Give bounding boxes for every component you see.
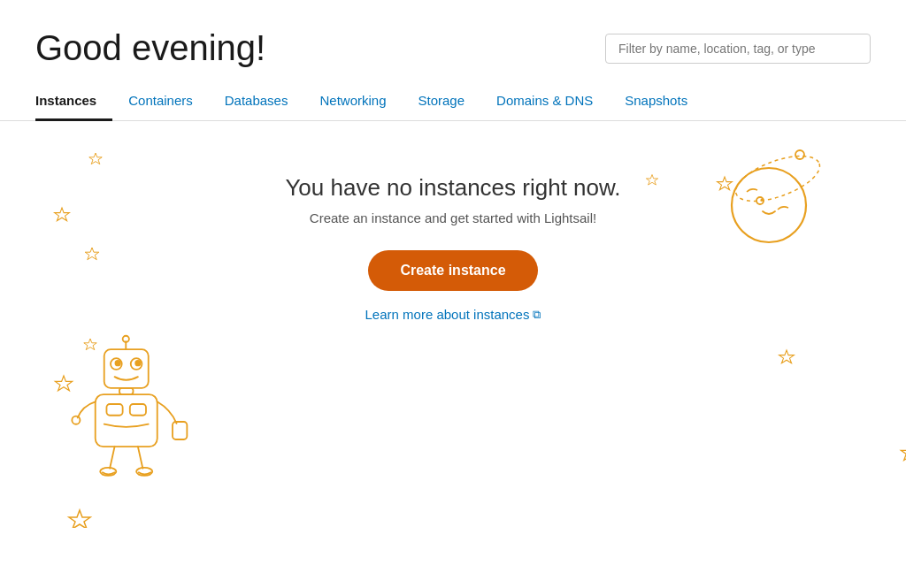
tab-databases[interactable]: Databases <box>209 82 304 121</box>
filter-input[interactable] <box>605 34 871 64</box>
svg-point-12 <box>732 168 806 242</box>
planet-illustration <box>694 130 835 271</box>
tab-storage[interactable]: Storage <box>403 82 481 121</box>
svg-point-14 <box>761 199 764 202</box>
svg-point-19 <box>115 361 119 365</box>
empty-state-subtext: Create an instance and get started with … <box>310 210 596 225</box>
svg-rect-23 <box>96 394 157 447</box>
svg-point-26 <box>72 416 80 424</box>
svg-marker-0 <box>55 208 70 221</box>
svg-point-18 <box>111 358 122 370</box>
svg-rect-24 <box>106 404 122 416</box>
svg-marker-4 <box>84 339 96 350</box>
svg-rect-15 <box>104 349 149 388</box>
svg-marker-6 <box>718 177 733 190</box>
svg-point-13 <box>756 197 764 204</box>
svg-point-20 <box>131 358 142 370</box>
page-header: Good evening! <box>0 0 906 82</box>
navigation-tabs: Instances Containers Databases Networkin… <box>0 82 906 121</box>
robot-illustration <box>53 333 203 510</box>
svg-rect-22 <box>119 388 133 394</box>
svg-marker-1 <box>89 153 102 164</box>
svg-rect-25 <box>130 404 146 416</box>
svg-point-10 <box>730 147 825 210</box>
svg-marker-3 <box>55 376 72 391</box>
svg-point-17 <box>123 336 129 342</box>
learn-more-text: Learn more about instances <box>365 307 530 322</box>
svg-marker-9 <box>901 445 906 461</box>
svg-marker-8 <box>779 350 795 363</box>
tab-snapshots[interactable]: Snapshots <box>609 82 703 121</box>
external-link-icon: ⧉ <box>533 308 541 322</box>
tab-instances[interactable]: Instances <box>35 82 112 121</box>
page-title: Good evening! <box>35 28 265 68</box>
empty-state-heading: You have no instances right now. <box>285 174 620 202</box>
tab-networking[interactable]: Networking <box>303 82 402 121</box>
svg-point-21 <box>135 361 140 365</box>
svg-rect-27 <box>173 422 187 439</box>
svg-point-11 <box>795 150 804 159</box>
tab-containers[interactable]: Containers <box>112 82 209 121</box>
svg-marker-7 <box>646 175 657 186</box>
main-content: You have no instances right now. Create … <box>0 121 906 528</box>
create-instance-button[interactable]: Create instance <box>368 250 537 291</box>
learn-more-link[interactable]: Learn more about instances ⧉ <box>365 307 541 322</box>
svg-point-28 <box>100 468 116 476</box>
svg-marker-2 <box>85 248 99 260</box>
tab-domains-dns[interactable]: Domains & DNS <box>480 82 609 121</box>
svg-marker-5 <box>69 510 90 528</box>
svg-point-29 <box>136 468 152 476</box>
